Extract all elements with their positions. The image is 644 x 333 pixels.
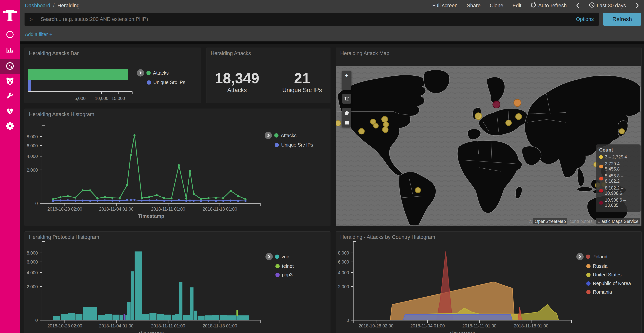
legend-label: Unique Src IPs xyxy=(281,142,313,148)
query-bar: >_ Options Refresh xyxy=(20,11,644,27)
legend-label: Romania xyxy=(593,289,612,295)
panel-title: Heralding Attacks Histogram xyxy=(29,111,94,117)
panel-attack-map: Heralding Attack Map xyxy=(336,48,642,226)
legend-item[interactable]: vnc xyxy=(266,253,294,260)
panel-title: Heralding Attacks Bar xyxy=(29,51,79,56)
legend-item[interactable]: United States xyxy=(586,272,631,277)
auto-refresh-button[interactable]: Auto-refresh xyxy=(530,2,567,9)
refresh-cycle-icon xyxy=(530,2,536,9)
svg-text:6,000: 6,000 xyxy=(338,259,349,264)
clock-icon xyxy=(589,2,595,9)
legend-item[interactable]: Russia xyxy=(586,263,631,269)
svg-text:4,000: 4,000 xyxy=(338,270,349,275)
dashboard-grid: Heralding Attacks Bar 5,00010,00015,000 … xyxy=(20,44,644,333)
svg-text:2018-11-18 01:00: 2018-11-18 01:00 xyxy=(202,207,237,212)
map-zoom-controls: + − xyxy=(342,71,351,90)
unique-src-ips-count: 21 xyxy=(282,71,322,86)
full-screen-button[interactable]: Full screen xyxy=(432,3,458,9)
legend-item[interactable]: Republic of Korea xyxy=(586,281,631,286)
refresh-button[interactable]: Refresh xyxy=(603,13,641,26)
sidebar-item-dev-tools[interactable] xyxy=(0,89,20,104)
legend-expand-icon[interactable] xyxy=(137,69,144,77)
world-map[interactable]: + − Count xyxy=(336,66,641,226)
legend-item[interactable]: Attacks xyxy=(265,132,313,139)
zoom-in-button[interactable]: + xyxy=(342,71,351,80)
openstreetmap-link[interactable]: OpenStreetMap xyxy=(534,218,567,224)
legend-label: Poland xyxy=(592,254,608,259)
svg-text:2018-11-04 01:00: 2018-11-04 01:00 xyxy=(410,323,445,328)
legend-color-dot xyxy=(276,273,280,277)
bear-icon xyxy=(6,77,14,86)
map-legend-title: Count xyxy=(599,147,638,153)
rectangle-tool-button[interactable] xyxy=(342,118,351,127)
panel-country-histogram: Heralding - Attacks by Country Histogram… xyxy=(336,231,642,333)
clone-button[interactable]: Clone xyxy=(490,3,503,9)
wrench-icon xyxy=(6,92,14,101)
map-fit-control xyxy=(342,94,351,104)
svg-text:2018-10-28 02:00: 2018-10-28 02:00 xyxy=(47,323,82,328)
unique-src-ips-label: Unique Src IPs xyxy=(282,87,322,94)
svg-text:2018-11-18 01:00: 2018-11-18 01:00 xyxy=(202,323,237,328)
svg-text:0: 0 xyxy=(35,201,38,206)
svg-text:4,000: 4,000 xyxy=(27,270,38,275)
map-legend-color-dot xyxy=(599,189,603,193)
kibana-dashboard-app: Dashboard / Heralding Full screen Share … xyxy=(0,0,644,333)
svg-text:10,000: 10,000 xyxy=(95,96,108,101)
panel-protocols-histogram: Heralding Protocols Histogram 02,0004,00… xyxy=(24,231,330,333)
sidebar-item-visualize[interactable] xyxy=(0,43,20,58)
svg-text:8,000: 8,000 xyxy=(27,134,38,139)
svg-text:2018-11-04 01:00: 2018-11-04 01:00 xyxy=(99,323,134,328)
top-navigation-bar: Dashboard / Heralding Full screen Share … xyxy=(20,0,644,11)
time-range-picker[interactable]: Last 30 days xyxy=(589,2,626,9)
options-link[interactable]: Options xyxy=(576,16,594,22)
sidebar-item-monitoring[interactable] xyxy=(0,104,20,119)
map-legend-color-dot xyxy=(599,155,603,159)
svg-text:6,000: 6,000 xyxy=(27,259,38,264)
time-forward-button[interactable] xyxy=(635,3,639,9)
search-box[interactable]: >_ Options xyxy=(24,13,599,26)
legend-item[interactable]: Poland xyxy=(576,253,631,260)
svg-text:6,000: 6,000 xyxy=(27,143,38,148)
svg-text:Timestamp: Timestamp xyxy=(138,330,164,333)
sidebar-item-dashboard[interactable] xyxy=(0,59,20,74)
sidebar-item-management[interactable] xyxy=(0,119,20,134)
time-back-button[interactable] xyxy=(576,3,580,9)
legend-expand-icon[interactable] xyxy=(265,132,272,139)
search-input[interactable] xyxy=(40,16,572,23)
map-legend-item: 2,729.4 – 5,455.8 xyxy=(599,161,638,172)
panel-title: Heralding Protocols Histogram xyxy=(29,234,99,240)
world-map-canvas[interactable] xyxy=(336,66,641,226)
plus-icon: + xyxy=(50,31,52,37)
panel-attacks-histogram: Heralding Attacks Histogram 02,0004,0006… xyxy=(24,109,330,226)
bar-chart-icon xyxy=(6,46,14,55)
compass-icon xyxy=(6,30,14,40)
svg-text:2018-10-28 02:00: 2018-10-28 02:00 xyxy=(47,207,82,212)
share-button[interactable]: Share xyxy=(467,3,480,9)
sidebar-item-discover[interactable] xyxy=(0,27,20,43)
legend-item[interactable]: Attacks xyxy=(137,69,185,77)
svg-text:5,000: 5,000 xyxy=(74,96,86,101)
legend-item[interactable]: telnet xyxy=(276,263,294,269)
metric-attacks: 18,349 Attacks xyxy=(215,71,259,94)
edit-button[interactable]: Edit xyxy=(512,3,522,9)
legend-expand-icon[interactable] xyxy=(266,253,273,260)
zoom-out-button[interactable]: − xyxy=(342,80,351,90)
legend-color-dot xyxy=(586,273,590,277)
protocols-histogram-chart[interactable]: 02,0004,0006,0008,0002018-10-28 02:00201… xyxy=(25,231,330,333)
polygon-tool-button[interactable] xyxy=(342,108,351,118)
legend-item[interactable]: Unique Src IPs xyxy=(275,142,313,148)
legend-item[interactable]: Unique Src IPs xyxy=(147,80,185,85)
add-filter-link[interactable]: Add a filter+ xyxy=(25,31,52,38)
legend-item[interactable]: pop3 xyxy=(276,272,294,277)
legend-expand-icon[interactable] xyxy=(576,253,584,260)
map-legend-color-dot xyxy=(599,177,603,180)
legend-item[interactable]: Romania xyxy=(586,289,631,295)
protocols-histogram-legend: vnctelnetpop3 xyxy=(266,253,294,277)
legend-label: vnc xyxy=(282,254,289,259)
elastic-maps-service-link[interactable]: Elastic Maps Service xyxy=(596,218,640,224)
sidebar-item-bear[interactable] xyxy=(0,74,20,89)
legend-label: pop3 xyxy=(282,272,293,277)
crop-bounds-button[interactable] xyxy=(342,94,351,104)
attacks-histogram-chart[interactable]: 02,0004,0006,0008,0002018-10-28 02:00201… xyxy=(25,109,330,226)
breadcrumb-dashboard-link[interactable]: Dashboard xyxy=(25,3,50,9)
